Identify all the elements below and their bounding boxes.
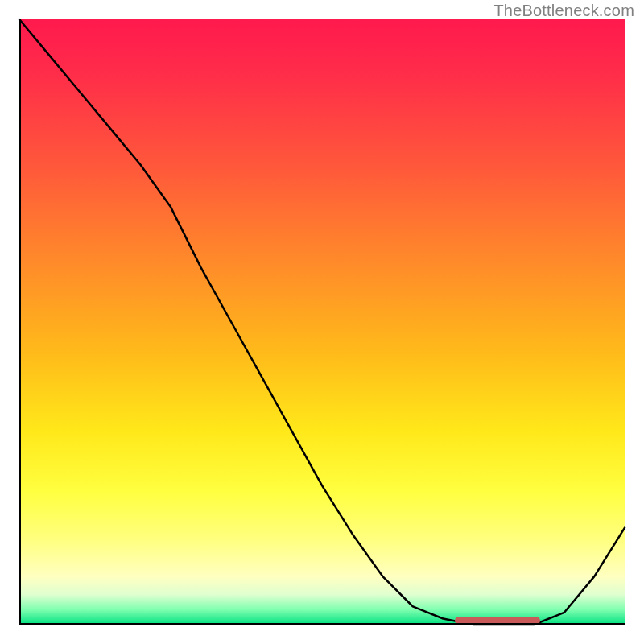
y-axis xyxy=(19,19,21,625)
attribution-text: TheBottleneck.com xyxy=(493,2,634,20)
chart-area xyxy=(19,19,625,625)
bottleneck-curve xyxy=(19,19,625,625)
x-axis xyxy=(19,623,625,625)
